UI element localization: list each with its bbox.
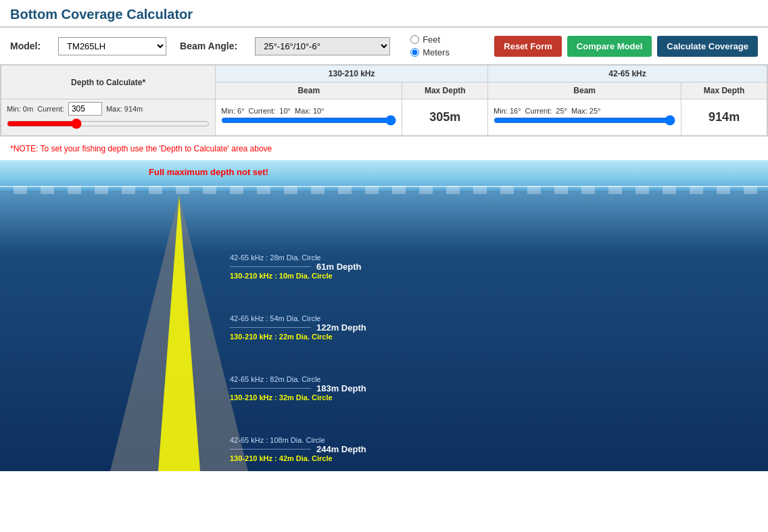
freq1-beam-min: Min: 6° — [221, 107, 244, 115]
freq2-beam-slider-row: Min: 16° Current: 25° Max: 25° — [494, 107, 675, 115]
maxdepth2-subheader: Max Depth — [681, 82, 767, 99]
freq2-beam-cell: Min: 16° Current: 25° Max: 25° — [488, 99, 681, 136]
radio-feet[interactable]: Feet — [410, 34, 450, 45]
freq1-header: 130-210 kHz — [216, 66, 488, 82]
model-select[interactable]: TM265LH TM265M TM265 HB-DS600 — [58, 37, 166, 55]
ann-244-depth: 244m Depth — [316, 444, 366, 454]
ann-61-high: 42-65 kHz : 28m Dia. Circle — [230, 253, 361, 262]
annotation-183m: 42-65 kHz : 82m Dia. Circle 183m Depth 1… — [230, 375, 366, 402]
ann-244-low: 130-210 kHz : 42m Dia. Circle — [230, 454, 366, 462]
coverage-table: Depth to Calculate* 130-210 kHz 42-65 kH… — [1, 65, 767, 136]
depth-header: Depth to Calculate* — [1, 66, 216, 99]
freq2-beam-slider[interactable] — [494, 115, 675, 126]
annotation-122m: 42-65 kHz : 54m Dia. Circle 122m Depth 1… — [230, 314, 366, 341]
ann-61-depth: 61m Depth — [316, 262, 361, 272]
ann-183-high: 42-65 kHz : 82m Dia. Circle — [230, 375, 366, 383]
freq1-beam-cell: Min: 6° Current: 10° Max: 10° — [216, 99, 402, 136]
freq2-beam-max: Max: 25° — [571, 107, 601, 115]
annotation-244m: 42-65 kHz : 108m Dia. Circle 244m Depth … — [230, 436, 366, 462]
freq2-beam-current-label: Current: — [525, 107, 552, 115]
ann-122-depth: 122m Depth — [316, 322, 366, 333]
freq1-beam-slider[interactable] — [221, 115, 396, 126]
page-header: Bottom Coverage Calculator — [0, 0, 768, 28]
radio-meters[interactable]: Meters — [410, 47, 450, 57]
ann-122-high: 42-65 kHz : 54m Dia. Circle — [230, 314, 366, 322]
model-label: Model: — [10, 41, 41, 51]
freq2-maxdepth-cell: 914m — [681, 99, 767, 136]
calculate-button[interactable]: Calculate Coverage — [657, 36, 758, 57]
freq1-maxdepth-cell: 305m — [402, 99, 488, 136]
freq2-beam-current-value: 25° — [556, 107, 567, 115]
beam-angle-label: Beam Angle: — [180, 41, 237, 51]
depth-input[interactable] — [68, 102, 102, 116]
page-wrapper: Bottom Coverage Calculator Model: TM265L… — [0, 0, 768, 471]
ann-183-low: 130-210 kHz : 32m Dia. Circle — [230, 393, 366, 402]
depth-slider-row: Min: 0m Current: Max: 914m — [7, 102, 210, 116]
meters-radio[interactable] — [410, 48, 419, 57]
depth-cell: Min: 0m Current: Max: 914m — [1, 99, 216, 136]
beam-angle-select[interactable]: 25°-16°/10°-6° — [255, 37, 390, 55]
depth-min-label: Min: 0m — [7, 105, 33, 113]
beam1-subheader: Beam — [216, 82, 402, 99]
ann-122-low: 130-210 kHz : 22m Dia. Circle — [230, 333, 366, 341]
freq1-beam-max: Max: 10° — [295, 107, 325, 115]
max-depth-warning: Full maximum depth not set! — [149, 167, 268, 177]
depth-current-label: Current: — [37, 105, 64, 113]
freq2-beam-min: Min: 16° — [494, 107, 521, 115]
depth-max-label: Max: 914m — [106, 105, 143, 113]
annotations-wrapper: 42-65 kHz : 28m Dia. Circle 61m Depth 13… — [0, 221, 768, 471]
data-table-container: Depth to Calculate* 130-210 kHz 42-65 kH… — [0, 64, 768, 137]
freq1-beam-current-label: Current: — [249, 107, 276, 115]
ann-183-depth: 183m Depth — [316, 383, 366, 393]
diagram-container: Full maximum depth not set! 42-65 kHz : … — [0, 160, 768, 471]
beam2-subheader: Beam — [488, 82, 681, 99]
compare-button[interactable]: Compare Model — [567, 36, 652, 57]
freq1-beam-slider-row: Min: 6° Current: 10° Max: 10° — [221, 107, 396, 115]
annotation-61m: 42-65 kHz : 28m Dia. Circle 61m Depth 13… — [230, 253, 361, 280]
maxdepth1-subheader: Max Depth — [402, 82, 488, 99]
note-text: *NOTE: To set your fishing depth use the… — [0, 141, 768, 157]
depth-slider[interactable] — [7, 118, 210, 129]
feet-radio[interactable] — [410, 35, 419, 44]
freq2-maxdepth-value: 914m — [709, 110, 740, 124]
button-group: Reset Form Compare Model Calculate Cover… — [494, 36, 758, 57]
reset-button[interactable]: Reset Form — [494, 36, 562, 57]
controls-row: Model: TM265LH TM265M TM265 HB-DS600 Bea… — [0, 28, 768, 64]
unit-radio-group: Feet Meters — [410, 34, 450, 57]
ann-61-low: 130-210 kHz : 10m Dia. Circle — [230, 272, 361, 280]
freq1-beam-current-value: 10° — [279, 107, 291, 115]
freq2-header: 42-65 kHz — [488, 66, 767, 82]
page-title: Bottom Coverage Calculator — [10, 7, 758, 22]
freq1-maxdepth-value: 305m — [429, 110, 460, 124]
ann-244-high: 42-65 kHz : 108m Dia. Circle — [230, 436, 366, 444]
